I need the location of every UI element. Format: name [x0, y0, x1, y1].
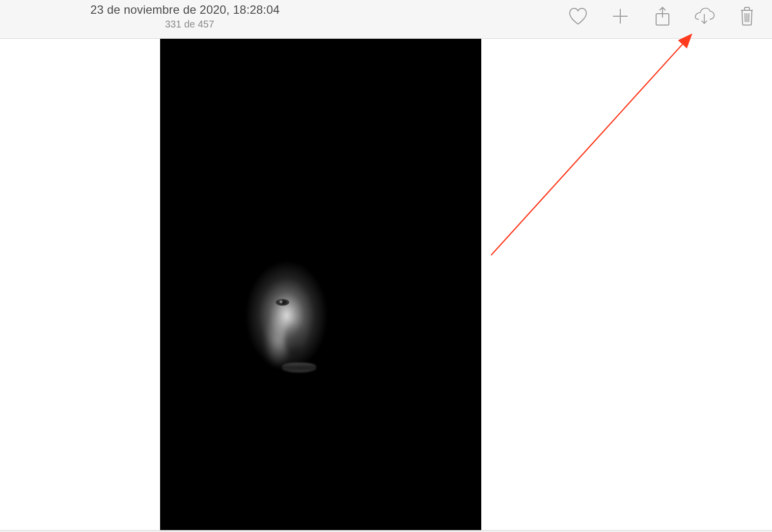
toolbar: 23 de noviembre de 2020, 18:28:04 331 de…	[0, 0, 772, 39]
trash-icon	[739, 6, 755, 26]
photo-image	[160, 39, 481, 530]
delete-button[interactable]	[737, 6, 757, 27]
heart-icon	[568, 7, 588, 26]
photo-date-time: 23 de noviembre de 2020, 18:28:04	[90, 3, 280, 17]
toolbar-actions	[568, 6, 757, 27]
photo-viewer[interactable]	[0, 39, 772, 530]
share-icon	[654, 6, 671, 27]
bottom-strip	[0, 530, 772, 532]
cloud-download-icon	[694, 7, 715, 26]
svg-line-5	[745, 13, 745, 22]
favorite-button[interactable]	[568, 6, 588, 27]
share-button[interactable]	[652, 6, 673, 27]
plus-icon	[611, 7, 629, 25]
cloud-download-button[interactable]	[694, 6, 715, 27]
add-button[interactable]	[610, 6, 631, 27]
title-block: 23 de noviembre de 2020, 18:28:04 331 de…	[90, 3, 280, 30]
svg-line-7	[749, 13, 749, 22]
photo-counter: 331 de 457	[165, 19, 280, 30]
